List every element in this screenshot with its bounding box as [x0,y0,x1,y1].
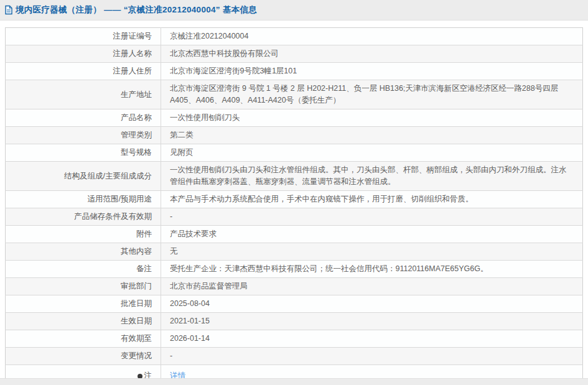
table-row: 产品储存条件及有效期 - [6,208,583,226]
table-row: 附件 产品技术要求 [6,226,583,243]
row-label: 附件 [6,226,161,243]
row-value: - [161,208,583,226]
row-label: 注册人名称 [6,45,161,63]
row-value: 一次性使用刨削刀头 [161,109,583,127]
row-label: 适用范围/预期用途 [6,191,161,208]
table-row: 产品名称 一次性使用刨削刀头 [6,109,583,127]
table-row: 型号规格 见附页 [6,144,583,162]
table-row: 注册人名称 北京杰西慧中科技股份有限公司 [6,45,583,63]
table-row: 生效日期 2021-01-15 [6,313,583,330]
row-label: 产品名称 [6,109,161,127]
table-row: 备注 受托生产企业：天津杰西慧中科技有限公司；统一社会信用代码：91120116… [6,261,583,278]
row-label: 生效日期 [6,313,161,330]
row-value: 京械注准20212040004 [161,28,583,45]
row-label: 产品储存条件及有效期 [6,208,161,226]
row-label: 注册证编号 [6,28,161,45]
page-header: 境内医疗器械（注册） —— “京械注准20212040004” 基本信息 [0,0,588,21]
registration-info-table-container: 注册证编号 京械注准20212040004 注册人名称 北京杰西慧中科技股份有限… [5,27,583,385]
row-value: 第二类 [161,127,583,144]
table-row: 注册证编号 京械注准20212040004 [6,28,583,45]
row-label: 其他内容 [6,243,161,261]
table-row: 审批部门 北京市药品监督管理局 [6,278,583,295]
table-row: 批准日期 2025-08-04 [6,295,583,313]
row-value: 本产品与手术动力系统配合使用，手术中在内窥镜下操作，用于打磨、切削组织和骨质。 [161,191,583,208]
row-value: - [161,348,583,365]
table-row: 管理类别 第二类 [6,127,583,144]
row-label: 型号规格 [6,144,161,162]
info-table-body: 注册证编号 京械注准20212040004 注册人名称 北京杰西慧中科技股份有限… [6,28,583,385]
row-value: 北京市药品监督管理局 [161,278,583,295]
row-label: 审批部门 [6,278,161,295]
table-row: 结构及组成/主要组成成分 一次性使用刨削刀头由刀头和注水管组件组成。其中，刀头由… [6,162,583,191]
row-value: 受托生产企业：天津杰西慧中科技有限公司；统一社会信用代码：91120116MA7… [161,261,583,278]
row-value: 见附页 [161,144,583,162]
row-value: 北京市海淀区澄湾街 9 号院 1 号楼 2 层 H202-H211、负一层 HB… [161,80,583,109]
table-row: 适用范围/预期用途 本产品与手术动力系统配合使用，手术中在内窥镜下操作，用于打磨… [6,191,583,208]
row-value: 北京市海淀区澄湾街9号院3幢1层101 [161,63,583,80]
row-label: 有效期至 [6,330,161,348]
row-label: 注册人住所 [6,63,161,80]
table-row: 注册人住所 北京市海淀区澄湾街9号院3幢1层101 [6,63,583,80]
table-row: 生产地址 北京市海淀区澄湾街 9 号院 1 号楼 2 层 H202-H211、负… [6,80,583,109]
row-value: 产品技术要求 [161,226,583,243]
footer-strip [0,378,588,385]
row-label: 批准日期 [6,295,161,313]
row-value: 无 [161,243,583,261]
row-value: 2026-01-14 [161,330,583,348]
table-row: 变更情况 - [6,348,583,365]
row-value: 2025-08-04 [161,295,583,313]
row-label: 结构及组成/主要组成成分 [6,162,161,191]
row-value: 2021-01-15 [161,313,583,330]
page-title: 境内医疗器械（注册） —— “京械注准20212040004” 基本信息 [16,4,257,16]
row-label: 备注 [6,261,161,278]
row-value: 一次性使用刨削刀头由刀头和注水管组件组成。其中，刀头由头部、杆部、柄部组成，头部… [161,162,583,191]
document-icon [4,5,13,15]
table-row: 有效期至 2026-01-14 [6,330,583,348]
table-row: 其他内容 无 [6,243,583,261]
row-value: 北京杰西慧中科技股份有限公司 [161,45,583,63]
row-label: 变更情况 [6,348,161,365]
row-label: 管理类别 [6,127,161,144]
registration-info-table: 注册证编号 京械注准20212040004 注册人名称 北京杰西慧中科技股份有限… [5,27,583,385]
row-label: 生产地址 [6,80,161,109]
